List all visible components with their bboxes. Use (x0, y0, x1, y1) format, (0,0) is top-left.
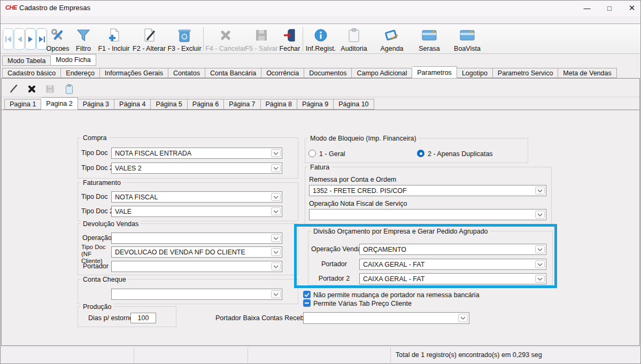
chevron-down-icon[interactable] (271, 248, 281, 256)
operacao-nfs-select[interactable] (309, 209, 546, 220)
field-label: Tipo Doc 2 (81, 164, 113, 172)
checkbox-permite-varias-tab[interactable] (303, 299, 311, 307)
radio-apenas-duplicatas[interactable] (417, 150, 424, 157)
tab-endereco[interactable]: Endereço (61, 68, 100, 78)
tab-parametros[interactable]: Parametros (412, 66, 457, 79)
group-title: Conta Cheque (81, 276, 128, 283)
tab-pagina-4[interactable]: Página 4 (114, 99, 151, 110)
remessa-conta-ordem-select[interactable]: 1352 - FRETE CRED. PIS/COF (309, 185, 546, 196)
serasa-button[interactable]: Serasa (413, 27, 446, 52)
inf-regist-button[interactable]: Inf.Regist. (306, 27, 336, 52)
tab-pagina-8[interactable]: Página 8 (261, 99, 297, 110)
tools-icon (50, 27, 65, 43)
field-label: Dias p/ estorno (88, 314, 133, 322)
conta-cheque-select[interactable] (111, 289, 282, 300)
tab-pagina-7[interactable]: Página 7 (224, 99, 260, 110)
nav-next-button[interactable] (25, 28, 36, 50)
first-record-icon (5, 36, 12, 43)
opcoes-button[interactable]: Opcoes (45, 27, 71, 52)
tab-pagina-9[interactable]: Página 9 (297, 99, 334, 110)
field-label: Portador Baixa Contas Receber (215, 314, 310, 322)
edit-pencil-icon[interactable] (7, 83, 19, 95)
button-label: Opcoes (46, 45, 69, 52)
boavista-button[interactable]: BoaVista (449, 27, 485, 52)
f2-alterar-button[interactable]: F2 - Alterar (132, 27, 167, 52)
field-label: Portador (83, 262, 109, 270)
button-label: F1 - Incluir (98, 45, 129, 52)
tab-pagina-2[interactable]: Pagina 2 (41, 97, 78, 110)
tab-modo-ficha[interactable]: Modo Ficha (51, 54, 96, 66)
field-label: Operação Nota Fiscal de Serviço (309, 200, 407, 207)
cancel-x-icon (220, 27, 231, 43)
checkbox-label[interactable]: Permite Várias Tab Preço Cliente (313, 300, 412, 307)
chevron-down-icon[interactable] (271, 290, 281, 298)
tab-conta-bancaria[interactable]: Conta Bancária (205, 68, 261, 78)
chevron-down-icon[interactable] (271, 234, 281, 242)
tab-pagina-3[interactable]: Página 3 (78, 99, 114, 110)
fechar-button[interactable]: Fechar (278, 27, 302, 52)
combo-value: NOTA FISCAL (115, 193, 158, 201)
chevron-down-icon[interactable] (535, 211, 545, 219)
chevron-down-icon[interactable] (458, 314, 468, 322)
tab-cadastro-basico[interactable]: Cadastro básico (2, 68, 61, 78)
f1-incluir-button[interactable]: F1 - Incluir (97, 27, 130, 52)
paste-clipboard-icon[interactable] (63, 83, 75, 95)
dias-estorno-input[interactable] (130, 313, 156, 323)
devolucao-operacao-select[interactable] (111, 233, 282, 244)
combo-value: VALE (115, 208, 132, 215)
devolucao-tipo-doc-nf-select[interactable]: DEVOLUCAO DE VENDA NF DO CLIENTE (111, 246, 282, 258)
field-label: Tipo Doc 2 (81, 207, 113, 215)
checkbox-label[interactable]: Não permite mudança de portador na remes… (313, 291, 480, 299)
checkbox-nao-permite-mudanca[interactable] (303, 291, 311, 298)
radio-label[interactable]: 2 - Apenas Duplicatas (428, 150, 493, 158)
auditoria-button[interactable]: Auditoria (338, 27, 370, 52)
compra-tipo-doc2-select[interactable]: VALES 2 (111, 162, 282, 174)
tab-parametro-servico[interactable]: Parametro Servico (493, 68, 559, 78)
combo-value: DEVOLUCAO DE VENDA NF DO CLIENTE (115, 249, 245, 256)
radio-label[interactable]: 1 - Geral (319, 150, 345, 158)
button-label: Auditoria (341, 45, 367, 52)
chevron-down-icon[interactable] (271, 193, 281, 201)
chevron-down-icon[interactable] (271, 262, 281, 270)
save-disk-icon (44, 83, 56, 95)
tab-informacoes-gerais[interactable]: Informações Gerais (100, 68, 168, 78)
group-title: Faturamento (81, 179, 123, 187)
tab-documentos[interactable]: Documentos (304, 68, 352, 78)
compra-tipo-doc-select[interactable]: NOTA FISCAL ENTRADA (111, 148, 282, 159)
nav-previous-button[interactable] (14, 28, 25, 50)
tab-ocorrencia[interactable]: Ocorrência (261, 68, 304, 78)
tab-pagina-1[interactable]: Pagina 1 (4, 99, 41, 110)
faturamento-tipo-doc-select[interactable]: NOTA FISCAL (111, 191, 282, 203)
chevron-down-icon[interactable] (271, 149, 281, 157)
minimize-button[interactable]: — (579, 0, 595, 16)
chevron-down-icon[interactable] (271, 207, 281, 215)
status-bar-divider (134, 347, 134, 363)
tab-pagina-10[interactable]: Página 10 (334, 99, 374, 110)
devolucao-portador-select[interactable] (111, 261, 282, 272)
tab-pagina-6[interactable]: Página 6 (188, 99, 224, 110)
combo-value: VALES 2 (115, 165, 142, 172)
chevron-down-icon[interactable] (271, 164, 281, 172)
section-tabs: Cadastro básico Endereço Informações Ger… (2, 66, 617, 78)
radio-geral[interactable] (308, 150, 316, 157)
tab-meta-de-vendas[interactable]: Meta de Vendas (558, 68, 616, 78)
agenda-button[interactable]: Agenda (374, 27, 410, 52)
highlight-box (294, 224, 557, 288)
tab-contatos[interactable]: Contatos (168, 68, 205, 78)
portador-baixa-select[interactable] (303, 312, 469, 324)
button-label: Inf.Regist. (306, 45, 336, 52)
tab-campo-adicional[interactable]: Campo Adicional (352, 68, 412, 78)
chevron-down-icon[interactable] (535, 187, 545, 195)
tab-pagina-5[interactable]: Página 5 (151, 99, 187, 110)
page-tabs: Pagina 1 Pagina 2 Página 3 Página 4 Pági… (4, 97, 374, 110)
cancel-x-icon[interactable] (26, 83, 37, 95)
close-button[interactable]: ✕ (624, 0, 640, 16)
maximize-button[interactable]: □ (601, 0, 617, 16)
tab-modo-tabela[interactable]: Modo Tabela (2, 56, 51, 66)
nav-first-button[interactable] (3, 28, 13, 50)
faturamento-tipo-doc2-select[interactable]: VALE (111, 206, 282, 217)
button-label: BoaVista (454, 45, 481, 52)
f3-excluir-button[interactable]: F3 - Excluir (168, 27, 201, 52)
tab-logotipo[interactable]: Logotipo (457, 68, 493, 78)
filtro-button[interactable]: Filtro (72, 27, 95, 52)
